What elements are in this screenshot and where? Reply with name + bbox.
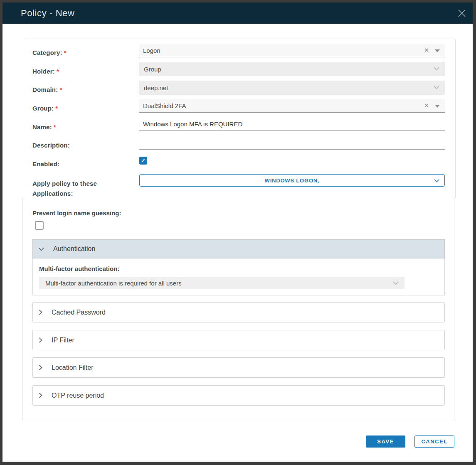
enabled-field-wrap: ✓ — [139, 157, 445, 165]
holder-select[interactable]: Group — [139, 62, 445, 76]
mfa-label: Multi-factor authentication: — [39, 265, 119, 272]
holder-label-text: Holder: — [32, 68, 55, 75]
dialog-body: Category:* Logon ✕ Holder:* Group — [2, 24, 473, 462]
description-field-wrap — [139, 137, 445, 150]
domain-field-wrap: deep.net — [139, 81, 445, 95]
save-button[interactable]: SAVE — [366, 435, 405, 448]
mfa-select[interactable]: Multi-factor authentication is required … — [39, 277, 404, 289]
name-label-text: Name: — [32, 123, 52, 130]
apply-policy-label-line1: Apply policy to these — [32, 179, 97, 189]
clear-icon[interactable]: ✕ — [423, 102, 430, 109]
applications-value: WINDOWS LOGON, — [265, 177, 320, 184]
dropdown-caret-icon[interactable] — [435, 105, 440, 108]
close-icon — [457, 9, 466, 18]
chevron-down-icon — [434, 67, 439, 71]
mfa-value: Multi-factor authentication is required … — [45, 280, 182, 287]
applications-field-wrap: WINDOWS LOGON, — [139, 174, 445, 187]
chevron-right-icon — [39, 310, 42, 315]
name-field-wrap — [139, 118, 445, 131]
chevron-right-icon — [39, 337, 42, 343]
chevron-down-icon — [39, 247, 44, 251]
prevent-guessing-checkbox-wrap — [35, 221, 44, 230]
accordion-location-filter[interactable]: Location Filter — [32, 357, 445, 378]
authentication-panel: Multi-factor authentication: Multi-facto… — [32, 258, 445, 295]
prevent-guessing-checkbox[interactable] — [35, 221, 44, 230]
required-asterisk: * — [57, 68, 59, 75]
domain-label: Domain:* — [32, 86, 62, 93]
category-combobox[interactable]: Logon ✕ — [139, 44, 445, 57]
holder-field-wrap: Group — [139, 62, 445, 76]
group-value: DualShield 2FA — [143, 102, 186, 109]
name-label: Name:* — [32, 123, 56, 130]
chevron-down-icon — [393, 281, 399, 285]
dialog-titlebar: Policy - New — [2, 2, 473, 24]
enabled-label: Enabled: — [32, 160, 59, 167]
category-label-text: Category: — [32, 49, 62, 56]
window-frame: Policy - New Category:* Logon ✕ — [0, 0, 476, 465]
required-asterisk: * — [59, 86, 62, 93]
holder-label: Holder:* — [32, 68, 59, 75]
chevron-down-icon — [434, 86, 439, 89]
required-asterisk: * — [54, 123, 56, 130]
description-label-text: Description: — [32, 142, 70, 149]
policy-dialog: Policy - New Category:* Logon ✕ — [2, 2, 473, 462]
group-label: Group:* — [32, 105, 58, 112]
enabled-label-text: Enabled: — [32, 160, 59, 167]
cancel-button[interactable]: CANCEL — [414, 435, 454, 448]
accordion-authentication-label: Authentication — [53, 245, 95, 253]
accordion-authentication[interactable]: Authentication — [32, 239, 445, 258]
form-panel-bottom: Prevent login name guessing: Authenticat… — [22, 198, 454, 420]
applications-multiselect[interactable]: WINDOWS LOGON, — [139, 174, 445, 187]
group-label-text: Group: — [32, 105, 54, 112]
chevron-down-icon — [434, 179, 439, 182]
category-value: Logon — [143, 47, 160, 54]
category-label: Category:* — [32, 49, 67, 56]
form-panel-top: Category:* Logon ✕ Holder:* Group — [24, 39, 456, 198]
description-input[interactable] — [139, 137, 445, 150]
clear-icon[interactable]: ✕ — [423, 47, 430, 54]
required-asterisk: * — [55, 105, 58, 112]
domain-value: deep.net — [144, 84, 168, 91]
domain-select[interactable]: deep.net — [139, 81, 445, 95]
description-label: Description: — [32, 142, 70, 149]
accordion-ip-filter[interactable]: IP Filter — [32, 330, 445, 350]
accordion-otp-reuse-period[interactable]: OTP reuse period — [32, 385, 445, 406]
enabled-checkbox[interactable]: ✓ — [139, 157, 147, 165]
dropdown-caret-icon[interactable] — [435, 49, 440, 52]
group-combobox[interactable]: DualShield 2FA ✕ — [139, 99, 445, 113]
group-field-wrap: DualShield 2FA ✕ — [139, 99, 445, 113]
apply-policy-label-line2: Applications: — [32, 189, 97, 199]
required-asterisk: * — [64, 49, 67, 56]
chevron-right-icon — [39, 365, 42, 370]
page-title: Policy - New — [21, 8, 74, 19]
domain-label-text: Domain: — [32, 86, 58, 93]
name-input[interactable] — [139, 118, 445, 131]
prevent-guessing-label: Prevent login name guessing: — [32, 209, 121, 217]
accordion-cached-password-label: Cached Password — [52, 309, 106, 316]
accordion-location-filter-label: Location Filter — [52, 364, 94, 372]
holder-value: Group — [144, 66, 161, 73]
accordion-otp-reuse-period-label: OTP reuse period — [52, 392, 104, 399]
category-field-wrap: Logon ✕ — [139, 44, 445, 57]
accordion-cached-password[interactable]: Cached Password — [32, 302, 445, 322]
close-button[interactable] — [457, 8, 467, 18]
apply-policy-label: Apply policy to these Applications: — [32, 179, 97, 199]
accordion-ip-filter-label: IP Filter — [52, 337, 74, 344]
chevron-right-icon — [39, 393, 42, 398]
